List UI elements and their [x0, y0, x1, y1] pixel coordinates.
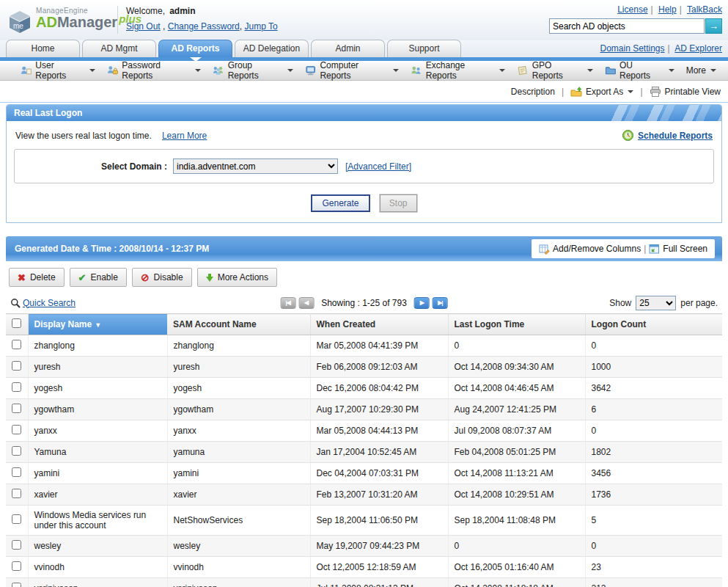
menu-exchange-reports[interactable]: Exchange Reports: [411, 60, 505, 81]
enable-button[interactable]: ✔Enable: [70, 268, 127, 287]
cell-last-logon-time: Jul 09,2008 08:07:37 AM: [448, 420, 585, 442]
row-checkbox[interactable]: [12, 583, 21, 587]
cell-when-created: Jul 11,2008 08:31:13 PM: [310, 578, 448, 587]
select-all-checkbox[interactable]: [12, 318, 21, 328]
column-header-sam-account-name[interactable]: SAM Account Name: [167, 314, 310, 335]
caret-down-icon: [499, 69, 505, 72]
cell-sam-account-name: zhanglong: [167, 335, 310, 357]
cell-when-created: Mar 05,2008 04:41:39 PM: [310, 335, 448, 357]
schedule-reports-link[interactable]: Schedule Reports: [638, 131, 713, 141]
cell-logon-count: 3456: [585, 463, 722, 484]
welcome-label: Welcome,: [126, 6, 165, 16]
password-reports-icon: [107, 65, 118, 76]
welcome-block: Welcome,admin Sign Out , Change Password…: [126, 6, 278, 32]
ad-explorer-link[interactable]: AD Explorer: [674, 43, 722, 54]
column-header-display-name[interactable]: Display Name▼: [28, 314, 167, 335]
domain-settings-link[interactable]: Domain Settings: [600, 43, 664, 54]
full-screen-button[interactable]: Full Screen: [649, 244, 707, 255]
sign-out-link[interactable]: Sign Out: [126, 21, 161, 32]
tab-right-links: Domain Settings| AD Explorer: [600, 43, 728, 55]
quick-search-link[interactable]: Quick Search: [23, 298, 76, 308]
row-checkbox[interactable]: [12, 425, 21, 434]
first-page-button: |◀: [280, 297, 295, 309]
column-header-when-created[interactable]: When Created: [310, 314, 448, 335]
cell-last-logon-time: Feb 04,2008 05:01:25 PM: [448, 442, 585, 463]
cell-logon-count: 5: [585, 506, 722, 536]
menu-group-reports[interactable]: Group Reports: [213, 60, 293, 81]
row-checkbox[interactable]: [12, 489, 21, 498]
enable-check-icon: ✔: [78, 272, 87, 283]
row-checkbox[interactable]: [12, 446, 21, 456]
table-row: zhanglong zhanglong Mar 05,2008 04:41:39…: [6, 335, 722, 357]
cell-sam-account-name: ygowtham: [167, 399, 310, 420]
generate-button[interactable]: Generate: [311, 194, 369, 212]
tab-admin[interactable]: Admin: [311, 40, 385, 57]
menu-more[interactable]: More: [686, 65, 716, 76]
printer-icon: [650, 86, 661, 98]
gpo-reports-icon: [517, 65, 528, 76]
column-header-last-logon-time[interactable]: Last Logon Time: [448, 314, 585, 335]
row-checkbox[interactable]: [12, 340, 21, 349]
cell-when-created: Dec 04,2004 07:03:31 PM: [310, 463, 448, 484]
search-go-button[interactable]: →: [705, 18, 722, 34]
caret-down-icon: [89, 69, 95, 72]
row-checkbox[interactable]: [12, 561, 21, 571]
menu-ou-reports[interactable]: OU Reports: [605, 60, 674, 81]
username: admin: [169, 6, 195, 16]
tab-ad-reports[interactable]: AD Reports: [158, 40, 232, 57]
advanced-filter-link[interactable]: [Advanced Filter]: [345, 161, 411, 172]
column-header-logon-count[interactable]: Logon Count: [585, 314, 722, 335]
row-checkbox[interactable]: [12, 514, 21, 524]
help-link[interactable]: Help: [658, 4, 677, 15]
row-checkbox[interactable]: [12, 361, 21, 371]
user-reports-icon: [21, 65, 32, 76]
report-subtitle: View the users real last logon time.: [15, 131, 152, 141]
jump-to-link[interactable]: Jump To: [244, 21, 277, 32]
next-page-button[interactable]: ▶: [414, 297, 430, 309]
learn-more-link[interactable]: Learn More: [162, 131, 207, 141]
row-checkbox[interactable]: [12, 540, 21, 550]
main-tab-bar: Home AD Mgmt AD Reports AD Delegation Ad…: [0, 40, 728, 57]
cell-last-logon-time: Oct 14,2008 10:29:51 AM: [448, 484, 585, 506]
table-row: Windows Media services run under this ac…: [6, 506, 722, 536]
cell-sam-account-name: NetShowServices: [167, 506, 310, 536]
cell-logon-count: 212: [585, 578, 722, 587]
per-page-label: per page.: [680, 298, 718, 308]
cell-when-created: Feb 06,2008 09:12:03 AM: [310, 357, 448, 378]
talkback-link[interactable]: TalkBack: [687, 4, 722, 15]
more-actions-button[interactable]: More Actions: [197, 268, 277, 287]
row-checkbox[interactable]: [12, 404, 21, 413]
report-table: Display Name▼ SAM Account Name When Crea…: [6, 313, 722, 587]
tab-ad-delegation[interactable]: AD Delegation: [235, 40, 309, 57]
menu-computer-reports[interactable]: Computer Reports: [305, 60, 399, 81]
cell-sam-account-name: vsrinivasan: [167, 578, 310, 587]
description-button[interactable]: Description: [511, 87, 555, 97]
tab-home[interactable]: Home: [6, 40, 80, 57]
cell-last-logon-time: 0: [448, 335, 585, 357]
menu-gpo-reports[interactable]: GPO Reports: [517, 60, 592, 81]
disable-button[interactable]: ⊘Disable: [132, 268, 192, 287]
domain-select[interactable]: india.adventnet.com: [173, 158, 338, 174]
printable-view-button[interactable]: Printable View: [650, 86, 721, 98]
delete-button[interactable]: ✖Delete: [9, 268, 65, 287]
bulk-actions-row: ✖Delete ✔Enable ⊘Disable More Actions: [6, 261, 722, 293]
row-checkbox[interactable]: [12, 467, 21, 477]
page-size-select[interactable]: 25: [636, 296, 676, 310]
last-page-button[interactable]: ▶|: [433, 297, 448, 309]
row-checkbox[interactable]: [12, 382, 21, 392]
more-actions-arrow-icon: [206, 274, 213, 282]
menu-user-reports[interactable]: User Reports: [21, 60, 95, 81]
export-as-button[interactable]: Export As: [570, 86, 633, 98]
app-logo: me ManageEngine ADManagerplus: [7, 7, 141, 34]
search-ad-objects-input[interactable]: [549, 18, 705, 34]
add-remove-columns-button[interactable]: Add/Remove Columns: [539, 244, 641, 255]
license-link[interactable]: License: [617, 4, 647, 15]
tab-ad-mgmt[interactable]: AD Mgmt: [82, 40, 156, 57]
tab-support[interactable]: Support: [387, 40, 461, 57]
cell-logon-count: 6: [585, 399, 722, 420]
caret-down-icon: [393, 69, 399, 72]
cell-when-created: Aug 17,2007 10:29:30 PM: [310, 399, 448, 420]
cell-sam-account-name: yanxx: [167, 420, 310, 442]
menu-password-reports[interactable]: Password Reports: [107, 60, 201, 81]
change-password-link[interactable]: Change Password: [168, 21, 240, 32]
